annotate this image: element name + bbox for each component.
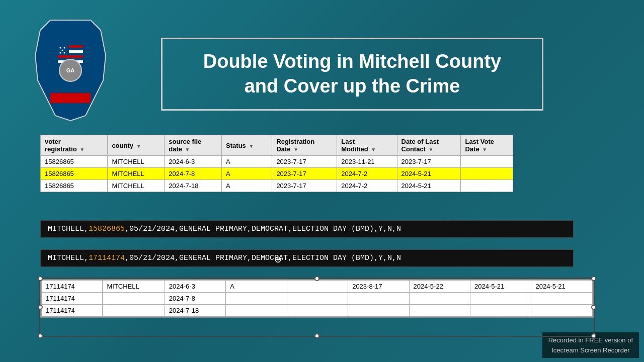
- election-record-2: MITCHELL,17114174,05/21/2024,GENERAL PRI…: [40, 249, 574, 267]
- main-content: GA Double Voting in Mitchell County and …: [0, 0, 644, 362]
- col-status: Status ▼: [222, 135, 272, 156]
- table-row: 17114174MITCHELL2024-6-3A2023-8-172024-5…: [42, 281, 593, 293]
- logo-area: GA: [20, 15, 131, 126]
- svg-rect-3: [58, 55, 83, 58]
- col-reg-date: RegistrationDate ▼: [272, 135, 337, 156]
- handle-bot-center[interactable]: [314, 333, 319, 338]
- col-county: county ▼: [108, 135, 165, 156]
- handle-bot-left[interactable]: [38, 333, 43, 338]
- title-text: Double Voting in Mitchell County and Cov…: [178, 49, 527, 99]
- svg-rect-11: [50, 93, 91, 103]
- svg-point-9: [60, 52, 61, 54]
- col-voter-reg: voterregistratio ▼: [41, 135, 108, 156]
- table1-container: voterregistratio ▼ county ▼ source filed…: [40, 135, 513, 192]
- table-row: 15826865MITCHELL2024-6-3A2023-7-172023-1…: [41, 156, 513, 168]
- election-record-1: MITCHELL,15826865,05/21/2024,GENERAL PRI…: [40, 220, 574, 238]
- mouse-cursor: ⊕: [274, 254, 284, 264]
- table-row: 171141742024-7-18: [42, 305, 593, 317]
- title-box: Double Voting in Mitchell County and Cov…: [161, 38, 543, 111]
- table-row: 171141742024-7-8: [42, 293, 593, 305]
- table-row: 15826865MITCHELL2024-7-8A2023-7-172024-7…: [41, 168, 513, 180]
- svg-rect-5: [58, 45, 69, 55]
- voter-table-1: voterregistratio ▼ county ▼ source filed…: [40, 135, 513, 192]
- svg-point-10: [64, 52, 65, 54]
- svg-point-7: [64, 47, 65, 49]
- watermark: Recorded in FREE version of Icecream Scr…: [542, 332, 639, 358]
- table-row: 15826865MITCHELL2024-7-18A2023-7-172024-…: [41, 180, 513, 192]
- col-source-file: source filedate ▼: [165, 135, 222, 156]
- svg-point-6: [60, 47, 61, 49]
- svg-text:GA: GA: [66, 67, 75, 73]
- table2-container: 17114174MITCHELL2024-6-3A2023-8-172024-5…: [40, 279, 594, 318]
- svg-point-8: [62, 50, 63, 51]
- col-last-contact: Date of LastContact ▼: [397, 135, 461, 156]
- col-last-mod: LastModified ▼: [337, 135, 397, 156]
- col-last-vote: Last VoteDate ▼: [461, 135, 513, 156]
- voter-table-2: 17114174MITCHELL2024-6-3A2023-8-172024-5…: [41, 280, 593, 317]
